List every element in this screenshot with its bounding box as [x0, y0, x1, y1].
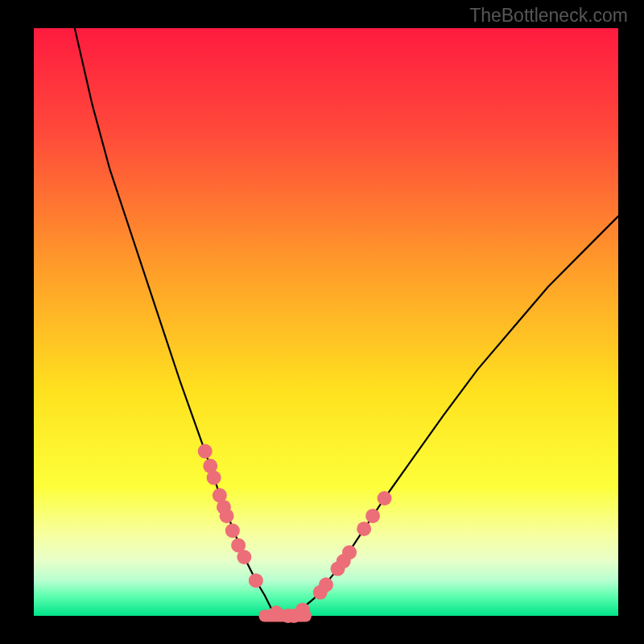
highlight-point [249, 573, 263, 588]
chart-svg [34, 28, 618, 616]
highlight-point [319, 577, 333, 592]
marker-track [259, 610, 312, 622]
highlight-point [365, 509, 380, 523]
highlight-point [225, 523, 240, 538]
highlight-point [378, 491, 392, 506]
highlight-point [237, 550, 251, 564]
highlight-markers [198, 444, 392, 623]
highlight-point [342, 545, 357, 559]
highlight-point [207, 470, 221, 485]
bottleneck-curve [75, 28, 618, 616]
highlight-point [357, 522, 371, 536]
highlight-point [220, 509, 234, 523]
highlight-point [198, 444, 213, 459]
chart-frame: TheBottleneck.com [0, 0, 644, 644]
watermark-text: TheBottleneck.com [469, 5, 628, 27]
